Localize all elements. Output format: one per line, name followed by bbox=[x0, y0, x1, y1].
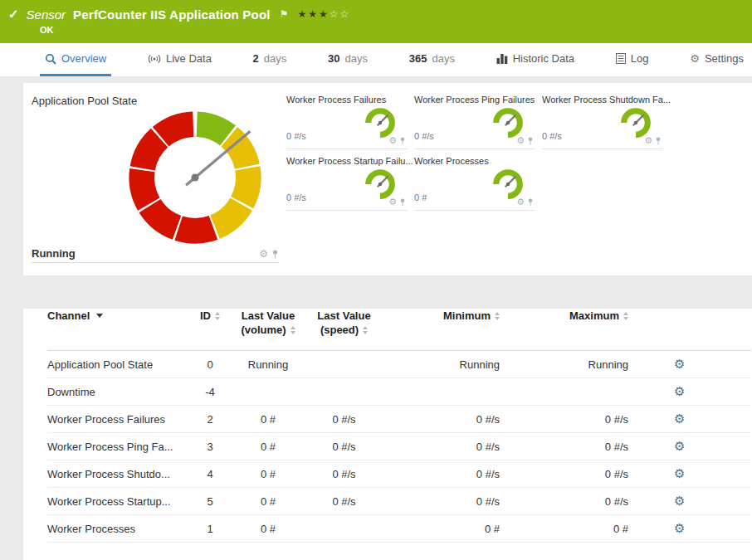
channel-minimum: 0 #/s bbox=[383, 488, 500, 515]
overview-icon bbox=[45, 53, 56, 65]
mini-gauge-worker-process-ping-failures: Worker Process Ping Failures 0 #/s ⚙ bbox=[414, 95, 535, 149]
mini-gauge-value: 0 # bbox=[414, 192, 427, 202]
stars-filled-icon[interactable]: ★★★ bbox=[297, 8, 329, 20]
mini-gauge-worker-process-startup-failures: Worker Process Startup Failu... 0 #/s ⚙ bbox=[286, 156, 408, 211]
channel-name[interactable]: Downtime bbox=[47, 378, 188, 406]
channel-last-value-speed bbox=[305, 351, 383, 378]
tab-day-count: 365 bbox=[409, 52, 427, 65]
sort-icon[interactable] bbox=[215, 312, 220, 320]
gear-icon[interactable]: ⚙ bbox=[516, 197, 525, 207]
sensor-overview-content: Application Pool State Running ⚙ bbox=[0, 76, 752, 560]
tab-day-count: 30 bbox=[328, 52, 339, 65]
gear-icon[interactable]: ⚙ bbox=[259, 248, 268, 260]
channel-settings-icon[interactable]: ⚙ bbox=[674, 494, 685, 508]
channel-id: 1 bbox=[188, 515, 232, 543]
tab-30-days[interactable]: 30 days bbox=[323, 43, 373, 76]
channel-last-value-volume bbox=[232, 378, 305, 406]
header-label: Channel bbox=[47, 309, 90, 323]
pin-icon[interactable] bbox=[271, 250, 279, 259]
mini-gauge-worker-process-failures: Worker Process Failures 0 #/s ⚙ bbox=[286, 95, 408, 149]
application-pool-state-gauge bbox=[110, 93, 280, 262]
channel-settings-icon[interactable]: ⚙ bbox=[674, 384, 685, 398]
gear-icon[interactable]: ⚙ bbox=[388, 135, 397, 146]
channel-last-value-volume: Running bbox=[232, 351, 305, 378]
channel-maximum: 0 #/s bbox=[500, 433, 628, 460]
pin-icon[interactable] bbox=[527, 137, 534, 145]
tab-label: Log bbox=[631, 52, 649, 65]
channel-maximum: 0 #/s bbox=[500, 460, 628, 488]
header-maximum[interactable]: Maximum bbox=[500, 309, 628, 351]
header-channel[interactable]: Channel bbox=[47, 309, 188, 351]
pin-icon[interactable] bbox=[655, 137, 662, 145]
channel-id: -4 bbox=[188, 378, 232, 406]
channel-id: 0 bbox=[188, 351, 232, 378]
object-kind-label: Sensor bbox=[27, 7, 66, 22]
channel-name[interactable]: Worker Processes bbox=[47, 515, 188, 543]
header-id[interactable]: ID bbox=[188, 309, 232, 351]
tab-label: Historic Data bbox=[513, 52, 574, 65]
tab-label: Live Data bbox=[166, 52, 212, 65]
channel-settings-icon[interactable]: ⚙ bbox=[674, 521, 685, 535]
log-icon bbox=[616, 53, 626, 64]
channel-name[interactable]: Worker Process Ping Fa... bbox=[47, 433, 188, 460]
tab-overview[interactable]: Overview bbox=[40, 43, 111, 76]
channel-settings-icon[interactable]: ⚙ bbox=[674, 439, 685, 453]
channel-last-value-volume: 0 # bbox=[232, 460, 305, 488]
tab-live-data[interactable]: Live Data bbox=[143, 43, 217, 76]
table-row-worker-process-shutdown-failures: Worker Process Shutdo... 4 0 # 0 #/s 0 #… bbox=[47, 460, 751, 488]
table-row-application-pool-state: Application Pool State 0 Running Running… bbox=[47, 351, 751, 378]
channel-settings-icon[interactable]: ⚙ bbox=[674, 411, 685, 426]
pin-icon[interactable] bbox=[527, 198, 534, 207]
sensor-status-badge: OK bbox=[40, 25, 54, 35]
gear-icon[interactable]: ⚙ bbox=[516, 135, 525, 146]
gauge-needle-hub bbox=[191, 173, 198, 181]
tab-settings[interactable]: ⚙ Settings bbox=[685, 43, 749, 76]
gear-icon[interactable]: ⚙ bbox=[388, 197, 397, 207]
status-check-icon: ✓ bbox=[8, 7, 19, 22]
sort-icon[interactable] bbox=[495, 312, 500, 320]
header-label: (volume) bbox=[241, 323, 286, 337]
tab-bar: Overview Live Data 2 days 30 days 365 da… bbox=[0, 43, 752, 76]
channel-maximum: Running bbox=[500, 351, 628, 378]
sort-caret-icon[interactable] bbox=[96, 314, 103, 318]
settings-gear-icon: ⚙ bbox=[690, 52, 700, 65]
header-last-value-speed[interactable]: Last Value (speed) bbox=[305, 309, 383, 351]
channel-last-value-speed: 0 #/s bbox=[305, 460, 383, 488]
table-row-worker-process-ping-failures: Worker Process Ping Fa... 3 0 # 0 #/s 0 … bbox=[47, 433, 751, 460]
channel-maximum: 0 #/s bbox=[500, 406, 628, 433]
channel-name[interactable]: Worker Process Failures bbox=[47, 406, 188, 433]
sort-icon[interactable] bbox=[363, 326, 368, 334]
stars-empty-icon[interactable]: ☆☆ bbox=[330, 8, 351, 20]
tab-historic-data[interactable]: Historic Data bbox=[491, 43, 579, 76]
tab-2-days[interactable]: 2 days bbox=[248, 43, 292, 76]
mini-gauge-value: 0 #/s bbox=[286, 131, 306, 141]
header-minimum[interactable]: Minimum bbox=[383, 309, 500, 351]
mini-gauge-worker-processes: Worker Processes 0 # ⚙ bbox=[414, 156, 535, 211]
table-row-worker-process-failures: Worker Process Failures 2 0 # 0 #/s 0 #/… bbox=[47, 406, 751, 433]
flag-icon[interactable]: ⚑ bbox=[280, 8, 289, 20]
channel-maximum: 0 # bbox=[500, 515, 628, 543]
channel-settings-icon[interactable]: ⚙ bbox=[674, 357, 685, 371]
channel-last-value-speed: 0 #/s bbox=[305, 406, 383, 433]
mini-gauge-label: Worker Process Startup Failu... bbox=[286, 156, 408, 166]
priority-stars[interactable]: ★★★☆☆ bbox=[297, 8, 350, 20]
mini-gauge-label: Worker Process Failures bbox=[286, 95, 408, 105]
channel-settings-icon[interactable]: ⚙ bbox=[674, 466, 685, 480]
channel-name[interactable]: Application Pool State bbox=[47, 351, 188, 378]
tab-log[interactable]: Log bbox=[611, 43, 654, 76]
tab-365-days[interactable]: 365 days bbox=[404, 43, 460, 76]
tab-label: Overview bbox=[61, 52, 106, 65]
channel-id: 2 bbox=[188, 406, 232, 433]
sort-icon[interactable] bbox=[291, 326, 295, 334]
channel-name[interactable]: Worker Process Shutdo... bbox=[47, 460, 188, 488]
pin-icon[interactable] bbox=[399, 137, 406, 145]
header-last-value-volume[interactable]: Last Value (volume) bbox=[232, 309, 305, 351]
gear-icon[interactable]: ⚙ bbox=[644, 135, 652, 146]
channel-minimum: 0 # bbox=[383, 515, 500, 543]
pin-icon[interactable] bbox=[399, 198, 406, 207]
channel-minimum bbox=[383, 378, 500, 406]
header-label: Last Value bbox=[317, 309, 370, 323]
sort-icon[interactable] bbox=[623, 312, 628, 320]
table-row-worker-processes: Worker Processes 1 0 # 0 # 0 # ⚙ bbox=[47, 515, 751, 543]
channel-name[interactable]: Worker Process Startup... bbox=[47, 488, 188, 515]
